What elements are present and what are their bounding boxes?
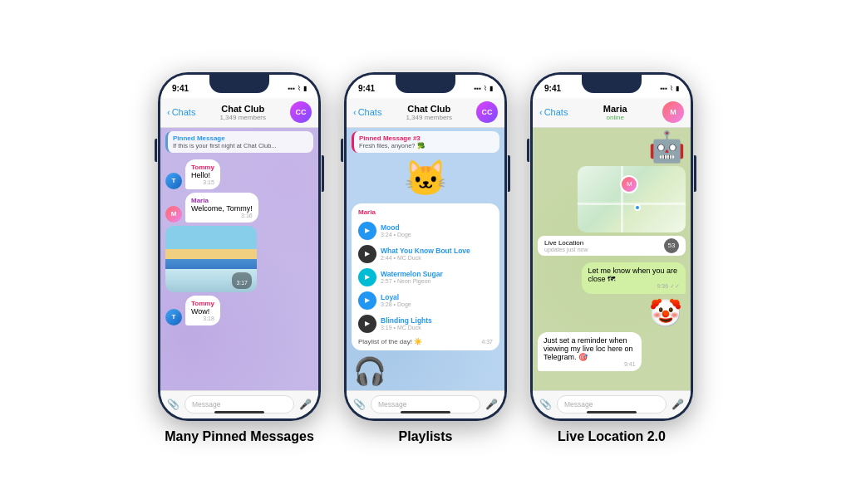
phone-label-pinned: Many Pinned Messages — [165, 429, 314, 448]
play-mood[interactable]: ▶ — [358, 222, 376, 240]
nav-back-3[interactable]: ‹ Chats — [539, 107, 568, 117]
mic-icon-2[interactable]: 🎤 — [485, 399, 498, 410]
status-time-1: 9:41 — [172, 84, 189, 93]
status-icons-2: ▪▪▪ ⌇ ▮ — [474, 85, 493, 92]
playlist-footer: Playlist of the day! ☀️ 4:37 — [358, 338, 493, 345]
nav-subtitle-2: 1,349 members — [406, 114, 452, 121]
phone-pinned: 9:41 ▪▪▪ ⌇ ▮ ‹ Chats Chat Club 1, — [158, 72, 321, 421]
status-time-3: 9:41 — [544, 84, 561, 93]
msg-bubble-close: Let me know when you are close 🗺 9:36 ✓✓ — [582, 262, 686, 294]
tommy-avatar-2: T — [165, 309, 182, 325]
phone-playlist-screen: 9:41 ▪▪▪ ⌇ ▮ ‹ Chats Chat Club 1,349 mem… — [347, 75, 504, 418]
chat-area-2: Pinned Message #3 Fresh files, anyone? 🥦… — [347, 128, 504, 390]
msg-bubble-maria-welcome: Maria Welcome, Tommy! 3:16 — [185, 193, 258, 223]
track-love[interactable]: ▶ What You Know Bout Love 2:44 • MC Duck — [358, 242, 493, 266]
track-watermelon[interactable]: ▶ Watermelon Sugar 2:57 • Neon Pigeon — [358, 266, 493, 289]
live-location-count: 53 — [664, 238, 679, 253]
live-location-label: Live Location — [544, 239, 588, 247]
track-meta-mood: 3:24 • Doge — [381, 232, 493, 237]
battery-icon: ▮ — [303, 85, 307, 92]
attach-icon-3[interactable]: 📎 — [539, 399, 552, 410]
chat-area-1: Pinned Message If this is your first nig… — [160, 128, 318, 390]
msg-time-wow: 3:18 — [191, 316, 214, 321]
mic-icon-1[interactable]: 🎤 — [299, 399, 312, 410]
phone-section-location: 9:41 ▪▪▪ ⌇ ▮ ‹ Chats Maria online — [530, 72, 693, 448]
track-loyal[interactable]: ▶ Loyal 3:28 • Doge — [358, 289, 493, 312]
track-mood[interactable]: ▶ Mood 3:24 • Doge — [358, 219, 493, 242]
pinned-title-2: Pinned Message #3 — [359, 135, 494, 142]
track-info-loyal: Loyal 3:28 • Doge — [381, 293, 493, 307]
sticker-character-top: 🤖 — [533, 128, 691, 166]
image-time: 3:17 — [236, 280, 248, 286]
play-blinding[interactable]: ▶ — [358, 315, 376, 333]
msg-time-tommy: 3:15 — [191, 179, 214, 185]
nav-bar-1: ‹ Chats Chat Club 1,349 members CC — [160, 98, 318, 128]
track-name-love: What You Know Bout Love — [381, 247, 493, 255]
phone-label-location: Live Location 2.0 — [558, 429, 666, 448]
beach-image: 3:17 — [165, 226, 257, 292]
nav-avatar-2[interactable]: CC — [476, 101, 498, 123]
message-row-reminder: Just set a reminder when viewing my live… — [538, 332, 686, 371]
track-name-mood: Mood — [381, 223, 493, 232]
attach-icon-2[interactable]: 📎 — [353, 399, 366, 410]
mic-icon-3[interactable]: 🎤 — [671, 399, 684, 410]
nav-bar-3: ‹ Chats Maria online M — [533, 98, 691, 128]
sticker-cat: 🐱 — [347, 158, 504, 198]
live-location-sub: updates just now — [544, 247, 588, 252]
play-love[interactable]: ▶ — [358, 245, 376, 263]
track-name-watermelon: Watermelon Sugar — [381, 270, 493, 278]
message-row-image: 3:17 — [165, 226, 313, 292]
nav-title-3: Maria — [603, 104, 627, 114]
track-info-love: What You Know Bout Love 2:44 • MC Duck — [381, 247, 493, 261]
attach-icon-1[interactable]: 📎 — [167, 399, 180, 410]
track-blinding[interactable]: ▶ Blinding Lights 3:19 • MC Duck — [358, 312, 493, 335]
nav-avatar-3[interactable]: M — [662, 101, 684, 123]
location-map: M — [578, 166, 686, 232]
message-row-map: M — [533, 166, 691, 232]
nav-bar-2: ‹ Chats Chat Club 1,349 members CC — [347, 98, 504, 128]
status-icons-1: ▪▪▪ ⌇ ▮ — [288, 85, 307, 92]
phone-playlist: 9:41 ▪▪▪ ⌇ ▮ ‹ Chats Chat Club 1,349 mem… — [344, 72, 507, 421]
nav-back-1[interactable]: ‹ Chats — [167, 107, 195, 117]
status-time-2: 9:41 — [358, 84, 375, 93]
play-watermelon[interactable]: ▶ — [358, 268, 376, 286]
battery-icon-2: ▮ — [489, 85, 493, 92]
message-row-tommy-hello: T Tommy Hello! 3:15 — [165, 159, 313, 189]
location-map-container: M — [578, 166, 686, 232]
maria-avatar-1: M — [165, 206, 182, 223]
pinned-message-2[interactable]: Pinned Message #3 Fresh files, anyone? 🥦 — [352, 131, 499, 153]
wifi-icon-2: ⌇ — [484, 85, 487, 92]
phone-section-playlist: 9:41 ▪▪▪ ⌇ ▮ ‹ Chats Chat Club 1,349 mem… — [344, 72, 507, 448]
phone-location: 9:41 ▪▪▪ ⌇ ▮ ‹ Chats Maria online — [530, 72, 693, 421]
track-meta-loyal: 3:28 • Doge — [381, 301, 493, 307]
nav-subtitle-3: online — [607, 114, 624, 121]
nav-title-block-2: Chat Club 1,349 members — [386, 104, 471, 121]
msg-text-welcome: Welcome, Tommy! — [191, 204, 253, 213]
notch-2 — [396, 75, 455, 93]
pinned-message-1[interactable]: Pinned Message If this is your first nig… — [165, 131, 313, 153]
msg-text-reminder: Just set a reminder when viewing my live… — [544, 336, 633, 361]
nav-back-2[interactable]: ‹ Chats — [353, 107, 381, 117]
character-sticker-bottom-icon: 🤡 — [649, 297, 682, 329]
signal-icon: ▪▪▪ — [288, 85, 295, 92]
playlist-time: 4:37 — [481, 339, 493, 345]
nav-title-block-1: Chat Club 1,349 members — [200, 104, 285, 121]
map-user-pin: M — [620, 175, 638, 193]
phone-section-pinned: 9:41 ▪▪▪ ⌇ ▮ ‹ Chats Chat Club 1, — [158, 72, 321, 448]
tommy-avatar-1: T — [165, 173, 182, 189]
playlist-card: Maria ▶ Mood 3:24 • Doge ▶ What You Kn — [352, 203, 499, 350]
home-indicator-1 — [214, 411, 264, 413]
msg-time-reminder: 9:41 — [544, 361, 636, 367]
pinned-title-1: Pinned Message — [173, 135, 308, 142]
message-placeholder-2: Message — [378, 400, 407, 409]
cat-sticker-icon: 🐱 — [404, 158, 447, 198]
map-blue-dot — [634, 204, 641, 211]
chevron-left-icon-2: ‹ — [353, 107, 357, 117]
chevron-left-icon: ‹ — [167, 107, 170, 117]
nav-title-1: Chat Club — [221, 104, 264, 114]
message-row-tommy-wow: T Tommy Wow! 3:18 — [165, 296, 313, 325]
nav-avatar-1[interactable]: CC — [290, 101, 312, 123]
track-name-loyal: Loyal — [381, 293, 493, 301]
play-loyal[interactable]: ▶ — [358, 291, 376, 310]
msg-bubble-reminder: Just set a reminder when viewing my live… — [538, 332, 642, 371]
